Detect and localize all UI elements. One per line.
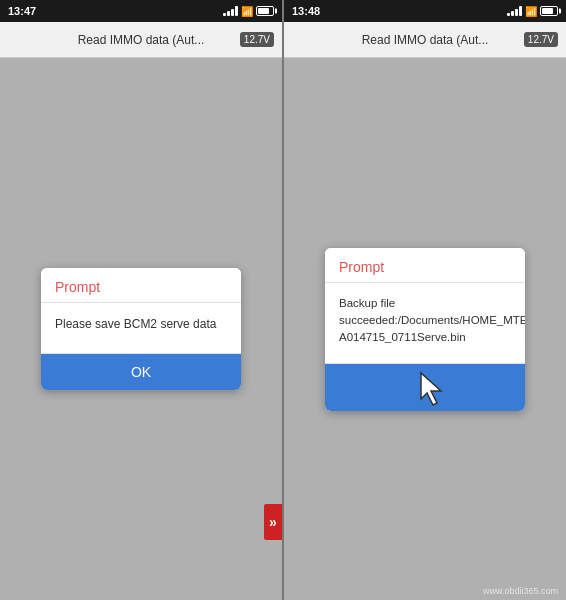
dialog-right: Prompt Backup file succeeded:/Documents/… [325, 248, 525, 411]
signal-bar-3 [231, 9, 234, 16]
battery-right [540, 6, 558, 16]
screen-right: 13:48 📶 Read IMMO data (Aut... 12.7V [284, 0, 566, 600]
signal-bar-r4 [519, 6, 522, 16]
signal-bar-r1 [507, 13, 510, 16]
dialog-body-left: Please save BCM2 serve data [41, 303, 241, 353]
dialog-footer-left: OK [41, 353, 241, 390]
title-text-left: Read IMMO data (Aut... [78, 33, 205, 47]
title-bar-left: Read IMMO data (Aut... 12.7V [0, 22, 282, 58]
voltage-left: 12.7V [240, 32, 274, 47]
status-bar-left: 13:47 📶 [0, 0, 282, 22]
signal-bar-1 [223, 13, 226, 16]
dialog-footer-right [325, 363, 525, 411]
signal-bar-4 [235, 6, 238, 16]
signal-bar-r2 [511, 11, 514, 16]
screen-left: 13:47 📶 Read IMMO data (Aut... 12.7V [0, 0, 282, 600]
battery-fill-left [258, 8, 269, 14]
svg-marker-0 [421, 373, 441, 405]
status-bar-right: 13:48 📶 [284, 0, 566, 22]
voltage-right: 12.7V [524, 32, 558, 47]
battery-fill-right [542, 8, 553, 14]
signal-bar-r3 [515, 9, 518, 16]
signal-bar-2 [227, 11, 230, 16]
wifi-icon-right: 📶 [525, 6, 537, 17]
dialog-header-left: Prompt [41, 268, 241, 303]
time-right: 13:48 [292, 5, 320, 17]
arrow-icon: » [269, 514, 277, 530]
arrow-button[interactable]: » [264, 504, 282, 540]
dialog-header-right: Prompt [325, 248, 525, 283]
signal-bars-left [223, 6, 238, 16]
title-bar-right: Read IMMO data (Aut... 12.7V [284, 22, 566, 58]
dialog-title-right: Prompt [339, 259, 384, 275]
battery-left [256, 6, 274, 16]
dialog-left: Prompt Please save BCM2 serve data OK [41, 268, 241, 390]
signal-bars-right [507, 6, 522, 16]
dialog-body-right: Backup file succeeded:/Documents/HOME_MT… [325, 283, 525, 363]
time-left: 13:47 [8, 5, 36, 17]
mouse-cursor [419, 371, 447, 407]
watermark: www.obdii365.com [483, 586, 558, 596]
status-icons-left: 📶 [223, 6, 274, 17]
dialog-title-left: Prompt [55, 279, 100, 295]
title-text-right: Read IMMO data (Aut... [362, 33, 489, 47]
status-icons-right: 📶 [507, 6, 558, 17]
screen-content-left: Prompt Please save BCM2 serve data OK » [0, 58, 282, 600]
screen-content-right: Prompt Backup file succeeded:/Documents/… [284, 58, 566, 600]
ok-button[interactable]: OK [41, 354, 241, 390]
main-container: 13:47 📶 Read IMMO data (Aut... 12.7V [0, 0, 566, 600]
wifi-icon: 📶 [241, 6, 253, 17]
